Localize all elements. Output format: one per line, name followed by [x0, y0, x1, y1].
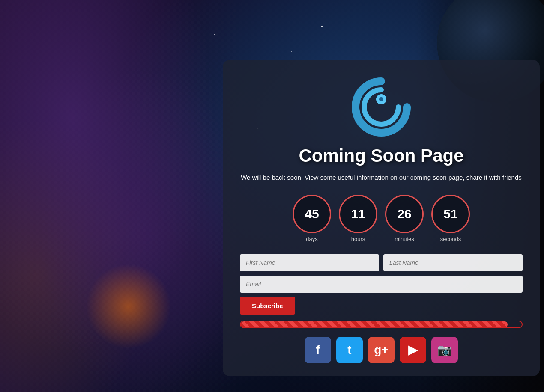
countdown-section: 45 days 11 hours 26 minutes 51 seconds — [240, 195, 523, 242]
progress-bar-fill — [241, 321, 508, 327]
page-heading: Coming Soon Page — [240, 146, 523, 166]
countdown-hours: 11 hours — [339, 195, 377, 242]
progress-bar-container — [240, 321, 523, 328]
countdown-seconds: 51 seconds — [431, 195, 470, 242]
twitter-icon: t — [347, 343, 351, 357]
seconds-label: seconds — [440, 236, 461, 242]
countdown-days: 45 days — [293, 195, 331, 242]
twitter-button[interactable]: t — [336, 337, 363, 363]
seconds-value: 51 — [443, 208, 457, 220]
social-bar: f t g+ ▶ 📷 — [240, 337, 523, 363]
hours-value: 11 — [351, 208, 365, 220]
days-value: 45 — [305, 208, 319, 220]
hours-circle: 11 — [339, 195, 377, 233]
page-subtext: We will be back soon. View some useful i… — [240, 173, 523, 183]
seconds-circle: 51 — [431, 195, 470, 233]
spiral-logo-icon — [347, 73, 415, 141]
minutes-label: minutes — [395, 236, 414, 242]
minutes-circle: 26 — [385, 195, 424, 233]
fire-glow — [86, 264, 171, 349]
main-panel: Coming Soon Page We will be back soon. V… — [223, 60, 540, 376]
google-icon: g+ — [374, 343, 388, 357]
minutes-value: 26 — [397, 208, 411, 220]
email-input[interactable] — [240, 276, 523, 293]
logo-area — [240, 73, 523, 141]
svg-point-1 — [379, 97, 383, 101]
instagram-icon: 📷 — [437, 343, 452, 357]
instagram-button[interactable]: 📷 — [431, 337, 458, 363]
last-name-input[interactable] — [383, 254, 523, 271]
hours-label: hours — [351, 236, 365, 242]
subscribe-button[interactable]: Subscribe — [240, 297, 295, 315]
name-row — [240, 254, 523, 271]
google-button[interactable]: g+ — [368, 337, 395, 363]
days-circle: 45 — [293, 195, 331, 233]
days-label: days — [306, 236, 317, 242]
facebook-icon: f — [316, 343, 320, 357]
youtube-icon: ▶ — [408, 343, 418, 357]
facebook-button[interactable]: f — [305, 337, 331, 363]
youtube-button[interactable]: ▶ — [400, 337, 426, 363]
first-name-input[interactable] — [240, 254, 379, 271]
countdown-minutes: 26 minutes — [385, 195, 424, 242]
